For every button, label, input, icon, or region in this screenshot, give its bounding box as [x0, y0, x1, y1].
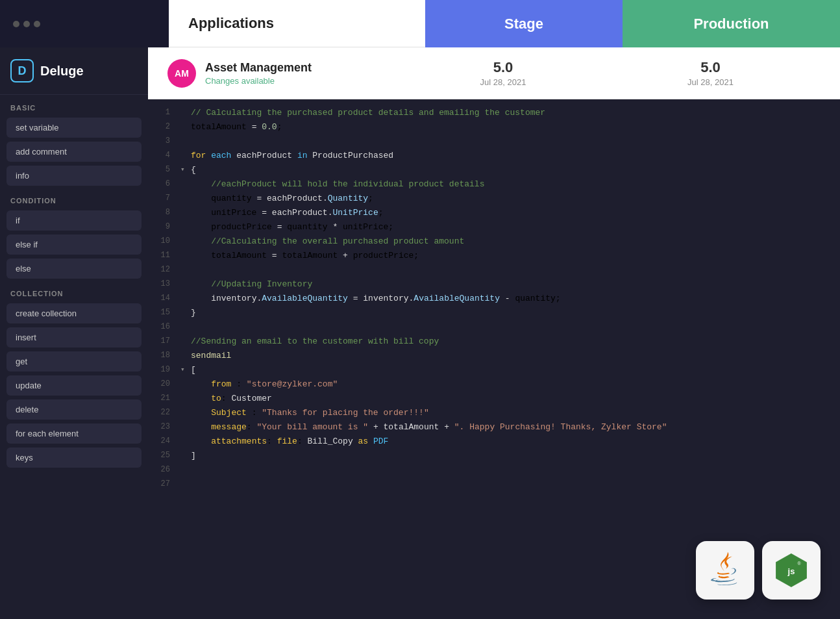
sidebar-item-else-if[interactable]: else if — [6, 234, 142, 255]
line-content: totalAmount = 0.0; — [191, 121, 840, 132]
code-line: 4for each eachProduct in ProductPurchase… — [148, 149, 840, 163]
sidebar-item-get[interactable]: get — [6, 351, 142, 372]
line-indicator — [180, 435, 191, 436]
logo-icon: D — [10, 59, 34, 82]
line-number: 4 — [148, 149, 180, 160]
dot-3 — [34, 21, 40, 27]
line-number: 2 — [148, 121, 180, 131]
line-content — [191, 464, 840, 465]
line-content: for each eachProduct in ProductPurchased — [191, 149, 840, 160]
sidebar-item-delete[interactable]: delete — [6, 399, 142, 420]
code-line: 9 productPrice = quantity * unitPrice; — [148, 220, 840, 234]
stage-version: 5.0 — [493, 59, 513, 76]
line-number: 24 — [148, 435, 180, 446]
line-indicator — [180, 335, 191, 336]
top-bar-left — [0, 0, 169, 47]
collection-section-label: COLLECTION — [0, 281, 148, 301]
sidebar-item-for-each-element[interactable]: for each element — [6, 423, 142, 444]
sidebar-item-insert[interactable]: insert — [6, 327, 142, 347]
code-line: 27 — [148, 477, 840, 492]
line-number: 22 — [148, 407, 180, 417]
line-content: to: Customer — [191, 392, 840, 403]
line-indicator — [180, 221, 191, 222]
sidebar-item-update[interactable]: update — [6, 375, 142, 396]
stage-version-block: 5.0 Jul 28, 2021 — [404, 59, 602, 87]
top-bar: Applications Stage Production — [0, 0, 840, 47]
applications-tab[interactable]: Applications — [169, 0, 425, 47]
production-label: Production — [693, 16, 769, 32]
app-details: Asset Management Changes available — [205, 61, 312, 86]
code-line: 25] — [148, 449, 840, 463]
code-line: 11 totalAmount = totalAmount + productPr… — [148, 249, 840, 263]
line-content: Subject : "Thanks for placing the order!… — [191, 407, 840, 418]
sidebar: D Deluge BASIC set variable add comment … — [0, 47, 148, 619]
line-content: } — [191, 307, 840, 318]
line-indicator: ▾ — [180, 364, 191, 373]
logo-text: Deluge — [40, 64, 84, 79]
line-content — [191, 321, 840, 322]
line-number: 17 — [148, 335, 180, 346]
line-content: totalAmount = totalAmount + productPrice… — [191, 249, 840, 260]
line-indicator — [180, 192, 191, 194]
line-content — [191, 478, 840, 479]
line-content: quantity = eachProduct.Quantity; — [191, 192, 840, 203]
line-number: 26 — [148, 464, 180, 474]
app-avatar: AM — [167, 59, 196, 88]
line-indicator — [180, 449, 191, 451]
sidebar-item-create-collection[interactable]: create collection — [6, 303, 142, 323]
sidebar-item-set-variable[interactable]: set variable — [6, 118, 142, 138]
prod-version: 5.0 — [700, 59, 721, 76]
code-line: 22 Subject : "Thanks for placing the ord… — [148, 406, 840, 420]
line-number: 23 — [148, 421, 180, 431]
sidebar-item-else[interactable]: else — [6, 259, 142, 279]
java-icon — [709, 551, 741, 590]
line-content: //Calculating the overall purchased prod… — [191, 235, 840, 246]
line-indicator — [180, 307, 191, 308]
line-number: 16 — [148, 321, 180, 331]
line-number: 6 — [148, 178, 180, 188]
code-editor-wrapper: 1// Calculating the purchased product de… — [148, 99, 840, 619]
line-number: 14 — [148, 292, 180, 303]
code-line: 1// Calculating the purchased product de… — [148, 106, 840, 120]
line-indicator — [180, 235, 191, 236]
line-indicator — [180, 278, 191, 279]
line-content: //eachProduct will hold the individual p… — [191, 178, 840, 189]
code-line: 12 — [148, 263, 840, 277]
line-indicator — [180, 135, 191, 136]
sidebar-item-if[interactable]: if — [6, 210, 142, 231]
sidebar-item-info[interactable]: info — [6, 166, 142, 186]
app-table-row: AM Asset Management Changes available 5.… — [148, 47, 840, 99]
sidebar-item-keys[interactable]: keys — [6, 448, 142, 468]
code-line: 2totalAmount = 0.0; — [148, 120, 840, 134]
production-tab[interactable]: Production — [623, 0, 840, 47]
line-number: 18 — [148, 349, 180, 360]
line-number: 27 — [148, 478, 180, 488]
line-content: productPrice = quantity * unitPrice; — [191, 221, 840, 232]
code-line: 15} — [148, 306, 840, 320]
line-content: [ — [191, 364, 840, 375]
line-number: 19 — [148, 364, 180, 374]
window-controls — [13, 21, 40, 27]
code-line: 3 — [148, 134, 840, 149]
stage-label: Stage — [504, 16, 543, 32]
code-line: 13 //Updating Inventory — [148, 277, 840, 292]
applications-label: Applications — [188, 15, 274, 32]
line-number: 8 — [148, 207, 180, 217]
content-area: AM Asset Management Changes available 5.… — [148, 47, 840, 619]
line-indicator — [180, 421, 191, 422]
line-content — [191, 264, 840, 265]
line-indicator — [180, 249, 191, 251]
sidebar-logo: D Deluge — [0, 47, 148, 95]
line-content: ] — [191, 449, 840, 461]
code-line: 6 //eachProduct will hold the individual… — [148, 177, 840, 192]
line-number: 20 — [148, 378, 180, 388]
dot-2 — [23, 21, 30, 27]
line-number: 5 — [148, 164, 180, 174]
code-line: 21 to: Customer — [148, 392, 840, 406]
line-indicator — [180, 149, 191, 151]
stage-date: Jul 28, 2021 — [480, 77, 526, 87]
code-line: 14 inventory.AvailableQuantity = invento… — [148, 292, 840, 306]
sidebar-item-add-comment[interactable]: add comment — [6, 142, 142, 162]
line-content: message: "Your bill amount is " + totalA… — [191, 421, 840, 432]
stage-tab[interactable]: Stage — [425, 0, 623, 47]
